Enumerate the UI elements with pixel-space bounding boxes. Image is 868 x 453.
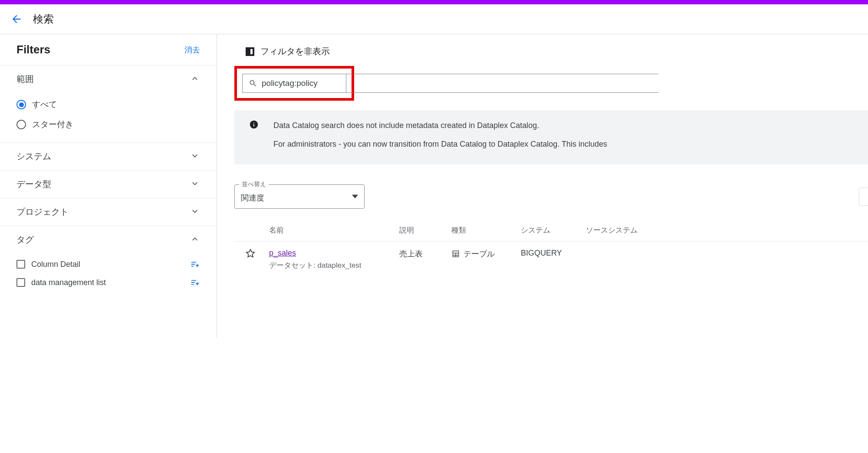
sort-label: 並べ替え [239,181,269,188]
filter-add-icon[interactable] [191,259,200,269]
th-source: ソースシステム [586,225,868,235]
scope-radio-starred[interactable]: スター付き [16,115,200,135]
main-area: フィルタを非表示 Data Catalog search does not in… [217,34,868,338]
info-icon [249,120,259,129]
tag-section-header[interactable]: タグ [0,226,217,253]
search-highlight-box [234,66,354,101]
filters-sidebar: Filters 消去 範囲 すべて スター付き システム [0,34,217,338]
scope-title: 範囲 [16,73,34,85]
chevron-down-icon [190,151,200,162]
tag-label: data management list [31,278,184,287]
chevron-down-icon [190,178,200,190]
system-title: システム [16,151,51,162]
scope-section-header[interactable]: 範囲 [0,65,217,93]
system-section-header[interactable]: システム [0,142,217,170]
search-icon [249,79,257,88]
info-line-1: Data Catalog search does not include met… [273,119,607,132]
table-icon [451,249,460,258]
info-line-2: For administrators - you can now transit… [273,138,607,151]
star-button[interactable] [234,249,269,259]
result-desc: 売上表 [399,249,451,259]
panel-collapse-icon [245,46,255,57]
search-input[interactable] [262,79,340,88]
radio-icon [16,100,26,109]
scope-radio-group: すべて スター付き [0,93,217,142]
result-type: テーブル [451,249,521,259]
checkbox-icon [16,260,25,269]
scope-radio-all[interactable]: すべて [16,95,200,115]
chevron-down-icon [190,206,200,218]
search-box[interactable] [242,74,346,93]
th-desc: 説明 [399,225,451,235]
info-banner: Data Catalog search does not include met… [234,110,868,164]
table-header: 名前 説明 種類 システム ソースシステム [234,222,868,242]
page-title: 検索 [33,12,54,26]
tag-checkbox-group: Column Detail data management list [0,253,217,299]
th-name: 名前 [269,225,399,235]
page-header: 検索 [0,4,868,34]
hide-filter-button[interactable]: フィルタを非表示 [234,46,868,57]
chevron-up-icon [190,234,200,246]
tag-label: Column Detail [31,260,184,269]
star-outline-icon [246,249,255,258]
svg-rect-0 [247,48,250,55]
project-title: プロジェクト [16,206,69,218]
sort-select[interactable]: 並べ替え 関連度 [234,184,365,209]
dropdown-caret-icon [352,194,358,200]
results-table: 名前 説明 種類 システム ソースシステム p_sales データセット: da… [234,222,868,277]
sort-value: 関連度 [241,194,264,202]
table-row: p_sales データセット: dataplex_test 売上表 テーブル B… [234,242,868,277]
filter-add-icon[interactable] [191,278,200,287]
th-type: 種類 [451,225,521,235]
tag-option-data-management[interactable]: data management list [16,273,200,292]
chevron-up-icon [190,73,200,85]
back-arrow-icon[interactable] [10,13,23,25]
tag-title: タグ [16,234,34,246]
datatype-title: データ型 [16,178,51,190]
hide-filter-label: フィルタを非表示 [260,46,330,57]
datatype-section-header[interactable]: データ型 [0,170,217,198]
filters-heading: Filters [16,43,50,56]
checkbox-icon [16,278,25,287]
project-section-header[interactable]: プロジェクト [0,198,217,226]
tag-option-column-detail[interactable]: Column Detail [16,255,200,273]
scope-radio-label: すべて [32,99,57,110]
result-system: BIGQUERY [521,249,586,258]
clear-filters-button[interactable]: 消去 [184,45,200,55]
result-name-link[interactable]: p_sales [269,249,296,257]
scope-radio-label: スター付き [32,119,73,130]
th-system: システム [521,225,586,235]
accent-bar [0,0,868,4]
result-dataset: データセット: dataplex_test [269,260,399,270]
right-action-button[interactable] [859,187,868,206]
radio-icon [16,120,26,129]
